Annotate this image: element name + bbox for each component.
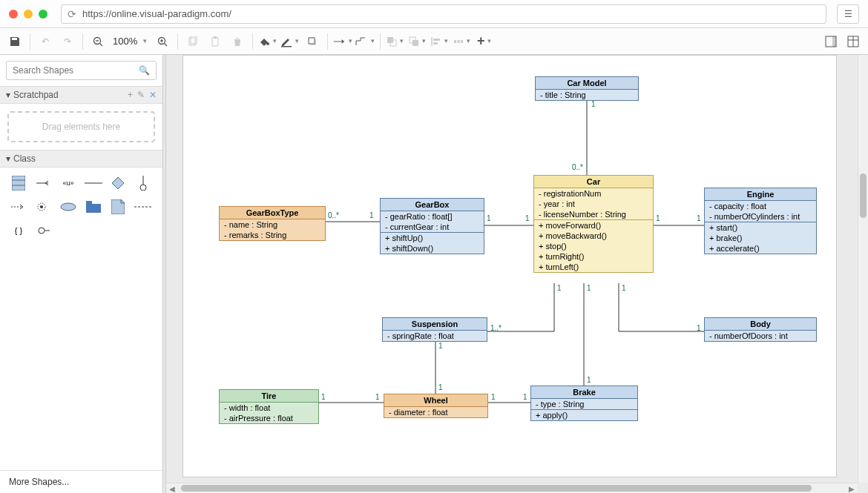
zoom-in-button[interactable]: [152, 31, 173, 52]
search-input[interactable]: [13, 65, 139, 76]
svg-rect-42: [86, 204, 101, 213]
browser-bar: ⟳ https://online.visual-paradigm.com/ ☰: [0, 0, 868, 28]
mult-label: 1: [487, 214, 491, 222]
palette-stereotype[interactable]: «u»: [59, 175, 78, 191]
undo-button[interactable]: ↶: [35, 31, 56, 52]
edit-scratchpad-icon[interactable]: ✎: [137, 90, 145, 100]
scroll-left-icon[interactable]: ◀: [168, 484, 177, 493]
url-bar[interactable]: ⟳ https://online.visual-paradigm.com/: [61, 4, 826, 24]
mult-label: 0..*: [328, 211, 339, 219]
mult-label: 1: [557, 284, 562, 292]
mult-label: 1: [622, 284, 626, 292]
class-body[interactable]: Body - numberOfDoors : int: [704, 317, 817, 342]
palette-association[interactable]: [34, 175, 53, 191]
chevron-down-icon: ▼: [142, 38, 148, 44]
scrollbar-thumb[interactable]: [181, 485, 812, 492]
scrollbar-thumb[interactable]: [860, 173, 867, 218]
palette-lollipop[interactable]: [34, 222, 53, 239]
mult-label: 1: [321, 393, 326, 401]
paste-button[interactable]: [205, 31, 226, 52]
svg-point-36: [140, 185, 146, 191]
delete-button[interactable]: [227, 31, 248, 52]
line-color-button[interactable]: ▼: [280, 31, 300, 52]
class-carmodel[interactable]: Car Model - title : String: [535, 76, 639, 101]
svg-rect-23: [458, 40, 460, 43]
class-wheel[interactable]: Wheel - diameter : float: [384, 394, 488, 418]
connection-style-button[interactable]: ▼: [332, 31, 353, 52]
mult-label: 1: [697, 214, 701, 222]
mult-label: 1: [525, 214, 530, 222]
url-text: https://online.visual-paradigm.com/: [82, 8, 231, 19]
diagram-page[interactable]: 1 0..* 1 1 1 1 1 0..* 1 1 1 1..* 1 1 1 1…: [183, 55, 837, 477]
scratchpad-dropzone[interactable]: Drag elements here: [7, 111, 155, 142]
fill-color-button[interactable]: ▼: [257, 31, 278, 52]
scrollbar-horizontal[interactable]: ◀ ▶: [166, 483, 858, 493]
svg-rect-13: [309, 38, 315, 44]
mult-label: 1: [656, 214, 660, 222]
scroll-right-icon[interactable]: ▶: [847, 484, 856, 493]
mult-label: 1: [523, 393, 527, 401]
palette-class[interactable]: [9, 175, 28, 191]
mult-label: 1: [438, 383, 443, 391]
palette-line[interactable]: [84, 175, 103, 191]
mult-label: 0..*: [572, 163, 583, 171]
svg-rect-24: [461, 40, 463, 43]
mult-label: 1: [587, 376, 591, 384]
zoom-level[interactable]: 100%▼: [110, 36, 151, 47]
class-gearbox[interactable]: GearBox - gearRatio : float[] - currentG…: [380, 198, 484, 254]
copy-button[interactable]: [183, 31, 203, 52]
canvas[interactable]: 1 0..* 1 1 1 1 1 0..* 1 1 1 1..* 1 1 1 1…: [166, 55, 868, 493]
shape-search[interactable]: 🔍: [6, 61, 157, 80]
mult-label: 1: [587, 284, 591, 292]
more-shapes-button[interactable]: More Shapes...: [0, 470, 162, 493]
add-scratchpad-icon[interactable]: +: [128, 90, 133, 100]
align-button[interactable]: ▼: [430, 31, 450, 52]
palette-interface[interactable]: [134, 175, 153, 191]
scrollbar-vertical[interactable]: [858, 55, 868, 483]
class-palette-header[interactable]: ▾ Class: [0, 150, 162, 168]
mult-label: 1: [375, 393, 380, 401]
redo-button[interactable]: ↷: [57, 31, 78, 52]
save-button[interactable]: [4, 31, 25, 52]
class-tire[interactable]: Tire - width : float - airPressure : flo…: [219, 389, 319, 424]
palette-note[interactable]: [108, 199, 128, 215]
maximize-window-button[interactable]: [39, 10, 47, 19]
svg-rect-21: [433, 42, 438, 44]
waypoints-button[interactable]: ▼: [355, 31, 375, 52]
mult-label: 1: [491, 393, 496, 401]
class-gearboxtype[interactable]: GearBoxType - name : String - remarks : …: [219, 206, 326, 241]
collapse-icon: ▾: [6, 90, 10, 100]
mult-label: 1: [591, 100, 596, 108]
class-brake[interactable]: Brake - type : String + apply(): [530, 386, 638, 421]
browser-menu-button[interactable]: ☰: [837, 4, 859, 24]
palette-diamond[interactable]: [108, 175, 128, 191]
sidebar: 🔍 ▾ Scratchpad + ✎ ✕ Drag elements here …: [0, 55, 163, 493]
app-toolbar: ↶ ↷ 100%▼ ▼ ▼ ▼ ▼ ▼ ▼ ▼ ▼ +▼: [0, 28, 868, 55]
search-icon[interactable]: 🔍: [139, 65, 150, 76]
reload-icon[interactable]: ⟳: [68, 8, 76, 20]
outline-panel-button[interactable]: [843, 31, 864, 52]
class-car[interactable]: Car - registrationNum - year : int - lic…: [533, 175, 654, 273]
minimize-window-button[interactable]: [24, 10, 33, 19]
palette-usecase[interactable]: [59, 199, 78, 215]
add-button[interactable]: +▼: [474, 31, 495, 52]
palette-dependency[interactable]: [9, 199, 28, 215]
close-scratchpad-icon[interactable]: ✕: [149, 90, 157, 100]
palette-constraint[interactable]: { }: [9, 222, 28, 239]
distribute-button[interactable]: ▼: [452, 31, 473, 52]
scratchpad-header[interactable]: ▾ Scratchpad + ✎ ✕: [0, 86, 162, 104]
zoom-out-button[interactable]: [88, 31, 108, 52]
palette-realization[interactable]: [34, 199, 53, 215]
mult-label: 1: [438, 342, 443, 350]
mult-label: 1..*: [490, 324, 502, 332]
shadow-button[interactable]: [302, 31, 323, 52]
svg-point-44: [39, 228, 45, 234]
to-front-button[interactable]: ▼: [385, 31, 406, 52]
format-panel-button[interactable]: [821, 31, 841, 52]
palette-dashed[interactable]: [134, 199, 153, 215]
close-window-button[interactable]: [9, 10, 18, 19]
to-back-button[interactable]: ▼: [407, 31, 428, 52]
class-suspension[interactable]: Suspension - springRate : float: [382, 317, 487, 342]
class-engine[interactable]: Engine - capacity : float - numberOfCyli…: [704, 188, 817, 254]
palette-package[interactable]: [84, 199, 103, 215]
